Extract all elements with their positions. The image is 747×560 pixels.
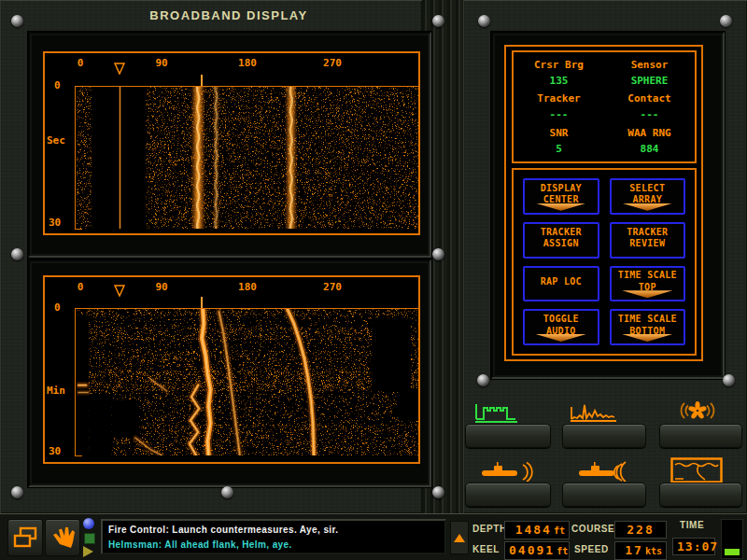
rap-loc-button[interactable]: RAP LOC <box>523 266 599 302</box>
bearing-tick-label: 90 <box>155 57 167 69</box>
time-axis-top-label: 0 <box>54 301 61 314</box>
toggle-audio-button[interactable]: TOGGLE AUDIO <box>523 309 599 345</box>
tracker-review-button[interactable]: TRACKER REVIEW <box>610 222 686 259</box>
broadband-display-screen: BROADBAND DISPLAY 0 90 180 270 0 Sec 30 … <box>0 0 747 560</box>
course-value: 228 <box>614 521 667 539</box>
speed-value: 17kts <box>614 541 667 560</box>
selection-chevron-icon <box>622 203 672 211</box>
info-field-snr: SNR 5 <box>514 127 604 155</box>
message-line: Fire Control: Launch countermeasures. Ay… <box>108 523 439 538</box>
selection-chevron-icon <box>536 334 586 342</box>
selection-chevron-icon <box>622 334 672 342</box>
speed-label: SPEED <box>574 544 609 554</box>
screw-icon <box>432 248 444 260</box>
cursor-bearing-tick <box>201 75 203 86</box>
depth-label: DEPTH <box>472 524 507 534</box>
screw-icon <box>11 15 23 27</box>
towed-array-station-button[interactable] <box>562 483 646 507</box>
screw-icon <box>11 248 23 260</box>
function-buttons-box: DISPLAY CENTER SELECT ARRAY TRACKER ASSI… <box>512 168 697 356</box>
select-array-button[interactable]: SELECT ARRAY <box>610 178 686 215</box>
time-axis-bottom-label: 30 <box>49 217 61 229</box>
contact-info-box: Crsr Brg 135 Sensor SPHERE Tracker --- C… <box>512 50 697 163</box>
message-scroll-up-button[interactable] <box>450 521 469 554</box>
waterfall-canvas-bottom[interactable] <box>77 309 418 455</box>
windows-stack-icon <box>12 525 38 550</box>
time-axis-bottom-label: 30 <box>49 445 61 457</box>
message-log: Fire Control: Launch countermeasures. Ay… <box>101 519 446 554</box>
message-line: Helmsman: All ahead flank, Helm, aye. <box>108 538 439 553</box>
screw-icon <box>477 374 489 386</box>
bearing-tick-label: 90 <box>155 281 167 293</box>
status-light-green-icon <box>84 533 95 544</box>
status-light-blue-icon <box>83 518 94 529</box>
info-field-waa-rng: WAA RNG 884 <box>604 127 695 155</box>
screw-icon <box>432 15 444 27</box>
screw-icon <box>723 374 735 386</box>
bearing-tick-label: 0 <box>78 57 84 69</box>
bearing-marker-triangle-icon[interactable] <box>114 61 125 73</box>
active-intercept-station-button[interactable] <box>465 483 551 507</box>
windows-stack-button[interactable] <box>7 519 43 556</box>
keel-value: 04091ft <box>504 541 570 560</box>
bearing-tick-label: 270 <box>323 57 342 69</box>
time-scale-bottom-button[interactable]: TIME SCALE BOTTOM <box>610 309 686 345</box>
time-value: 13:07 <box>672 538 715 555</box>
info-field-sensor: Sensor SPHERE <box>604 59 695 87</box>
screw-icon <box>11 486 23 498</box>
voice-command-button[interactable] <box>45 519 80 556</box>
level-gauge-fill <box>725 549 740 555</box>
environment-station-button[interactable] <box>659 483 742 507</box>
display-center-button[interactable]: DISPLAY CENTER <box>523 178 599 215</box>
bearing-tick-label: 180 <box>238 57 257 69</box>
status-light-play-icon <box>83 546 93 557</box>
time-label: TIME <box>680 520 704 530</box>
info-field-tracker: Tracker --- <box>514 92 604 120</box>
tracker-assign-button[interactable]: TRACKER ASSIGN <box>523 222 599 259</box>
selection-chevron-icon <box>622 290 672 298</box>
screw-icon <box>432 486 444 498</box>
time-axis-unit-label: Min <box>47 385 65 397</box>
waterfall-canvas-top[interactable] <box>77 87 418 229</box>
time-scale-top-button[interactable]: TIME SCALE TOP <box>610 266 686 302</box>
screw-icon <box>478 15 490 27</box>
narrowband-station-button[interactable] <box>562 424 646 448</box>
broadband-waterfall-bottom[interactable]: 0 90 180 270 0 Min 30 <box>43 275 420 464</box>
level-gauge <box>722 520 742 558</box>
active-sonar-sub-icon <box>478 459 536 485</box>
bearing-tick-label: 270 <box>323 281 342 293</box>
time-axis-unit-label: Sec <box>47 134 65 147</box>
info-field-contact: Contact --- <box>604 92 695 120</box>
hand-icon <box>49 525 76 551</box>
info-field-crsr-brg: Crsr Brg 135 <box>514 59 604 87</box>
depth-value: 1484ft <box>504 521 570 539</box>
selection-chevron-icon <box>536 203 586 211</box>
time-axis-top-label: 0 <box>54 79 61 91</box>
bearing-tick-label: 0 <box>78 281 84 293</box>
bearing-marker-triangle-icon[interactable] <box>114 283 125 295</box>
flow-noise-station-button[interactable] <box>659 424 742 448</box>
up-triangle-icon <box>454 534 465 542</box>
course-label: COURSE <box>571 524 614 534</box>
keel-label: KEEL <box>472 544 500 554</box>
broadband-waterfall-top[interactable]: 0 90 180 270 0 Sec 30 <box>43 51 420 235</box>
cursor-bearing-tick <box>201 297 203 308</box>
passive-sonar-sub-icon <box>575 459 633 485</box>
screw-icon <box>720 15 732 27</box>
bearing-tick-label: 180 <box>238 281 257 293</box>
broadband-station-button[interactable] <box>465 424 551 448</box>
screw-icon <box>221 486 233 498</box>
page-title: BROADBAND DISPLAY <box>0 8 458 22</box>
